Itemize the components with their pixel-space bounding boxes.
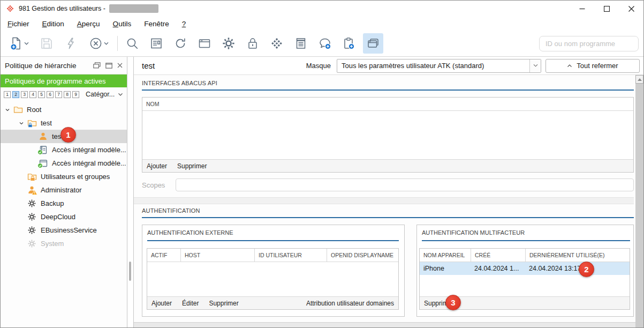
- tree-item-deepcloud[interactable]: DeepCloud: [1, 210, 127, 223]
- menu-fichier[interactable]: Fichier: [7, 20, 29, 28]
- execute-button[interactable]: [60, 33, 81, 54]
- program-search: [539, 36, 639, 51]
- sidebar-title: Politique de hiérarchie: [5, 62, 93, 70]
- policy-9[interactable]: 9: [72, 91, 79, 98]
- new-document-button[interactable]: [5, 33, 33, 54]
- menu-bar: Fichier Edition Aperçu Outils Fenêtre ?: [1, 17, 643, 31]
- user-icon: [39, 132, 48, 141]
- vertical-scrollbar[interactable]: [635, 75, 643, 327]
- api-col-nom[interactable]: NOM: [142, 98, 633, 110]
- gear-icon: [27, 226, 37, 235]
- save-button[interactable]: [36, 33, 57, 54]
- policy-3[interactable]: 3: [21, 91, 28, 98]
- chevron-down-icon: [24, 42, 29, 46]
- tree-item-ebusinessservice[interactable]: EBusinessService: [1, 223, 127, 237]
- tree-item-administrator[interactable]: Administrator: [1, 183, 127, 197]
- annotation-badge-2: 2: [579, 262, 594, 277]
- scroll-up-button[interactable]: [635, 75, 643, 84]
- tree-item-root[interactable]: Root: [1, 103, 127, 116]
- policy-number-row: 1 2 3 4 5 6 7 8 9 Catégor...: [1, 87, 127, 101]
- col-host[interactable]: HOST: [180, 249, 254, 262]
- policy-6[interactable]: 6: [47, 91, 54, 98]
- chevron-down-icon[interactable]: [529, 59, 541, 72]
- mask-select[interactable]: Tous les paramètres utilisateur ATK (sta…: [337, 59, 541, 73]
- scopes-label: Scopes: [142, 181, 176, 189]
- protocol-button[interactable]: [291, 33, 311, 54]
- close-button[interactable]: [619, 1, 643, 17]
- policy-8[interactable]: 8: [64, 91, 71, 98]
- external-add-button[interactable]: Ajouter: [151, 300, 172, 307]
- hierarchy-sidebar: Politique de hiérarchie Politiques de pr…: [1, 57, 127, 327]
- col-id-utilisateur[interactable]: ID UTILISATEUR: [254, 249, 327, 262]
- external-edit-button[interactable]: Éditer: [182, 300, 199, 307]
- policy-2[interactable]: 2: [12, 91, 19, 98]
- device-name: iPhone: [420, 265, 471, 272]
- settings-button[interactable]: [218, 33, 239, 54]
- menu-apercu[interactable]: Aperçu: [77, 20, 100, 28]
- tree-item-acces-modele-2[interactable]: Accès intégral modèle...: [1, 156, 127, 170]
- category-dropdown[interactable]: Catégor...: [86, 91, 123, 98]
- tree-item-acces-modele-1[interactable]: Accès intégral modèle...: [1, 143, 127, 156]
- policy-1[interactable]: 1: [4, 91, 11, 98]
- policy-4[interactable]: 4: [29, 91, 36, 98]
- search-button[interactable]: [122, 33, 142, 54]
- cascade-windows-icon[interactable]: [93, 62, 101, 69]
- api-add-button[interactable]: Ajouter: [147, 162, 167, 170]
- tree-item-backup[interactable]: Backup: [1, 197, 127, 210]
- external-delete-button[interactable]: Supprimer: [209, 300, 238, 307]
- scopes-input[interactable]: [176, 178, 634, 191]
- policy-7[interactable]: 7: [55, 91, 62, 98]
- policy-5[interactable]: 5: [38, 91, 45, 98]
- lock-button[interactable]: [243, 33, 263, 54]
- section-divider: [134, 197, 634, 204]
- new-clipboard-button[interactable]: [339, 33, 359, 54]
- maximize-panel-icon[interactable]: [105, 63, 112, 69]
- mask-select-value: Tous les paramètres utilisateur ATK (sta…: [337, 62, 529, 70]
- mfa-device-row[interactable]: iPhone 24.04.2024 1... 24.04.2024 13:17: [420, 262, 630, 275]
- annotation-badge-1: 1: [60, 127, 76, 143]
- menu-outils[interactable]: Outils: [113, 20, 132, 28]
- window-button[interactable]: [194, 33, 215, 54]
- external-auth-table-body[interactable]: [147, 262, 398, 296]
- toolbar-separator: [117, 36, 118, 51]
- menu-fenetre[interactable]: Fenêtre: [144, 20, 169, 28]
- form-button[interactable]: [146, 33, 166, 54]
- new-message-button[interactable]: [315, 33, 335, 54]
- external-auth-table: ACTIF HOST ID UTILISATEUR OPENID DISPLAY…: [147, 248, 399, 310]
- program-windows-button[interactable]: [363, 33, 383, 54]
- col-nom-appareil[interactable]: NOM APPAREIL: [420, 249, 471, 262]
- menu-help[interactable]: ?: [182, 20, 186, 28]
- col-openid-displayname[interactable]: OPENID DISPLAYNAME: [327, 249, 398, 262]
- api-table-body[interactable]: [142, 111, 633, 159]
- sidebar-splitter[interactable]: [129, 262, 131, 281]
- title-bar: 981 Gestion des utilisateurs -: [1, 1, 643, 17]
- external-auth-underline: [147, 240, 399, 241]
- active-policies-banner: Politiques de programme actives: [1, 74, 127, 87]
- main-header: test Masque Tous les paramètres utilisat…: [134, 57, 643, 75]
- tree-item-system[interactable]: System: [1, 237, 127, 250]
- col-actif[interactable]: ACTIF: [147, 249, 180, 262]
- locked-folder-icon: [27, 172, 37, 182]
- domain-user-mapping-link[interactable]: Attribution utilisateur domaines: [306, 300, 394, 307]
- menu-edition[interactable]: Edition: [42, 20, 64, 28]
- device-last-used: 24.04.2024 13:17: [525, 265, 630, 272]
- device-created: 24.04.2024 1...: [471, 265, 525, 272]
- maximize-button[interactable]: [594, 1, 619, 17]
- col-cree[interactable]: CRÉÉ: [471, 249, 525, 262]
- chevron-down-icon: [118, 93, 123, 96]
- tree-item-utilisateurs-groupes[interactable]: Utilisateurs et groupes: [1, 170, 127, 183]
- auth-section-title: AUTHENTIFICATION: [142, 207, 200, 214]
- col-dernierement-utilise[interactable]: DERNIÈREMENT UTILISÉ(E): [525, 249, 630, 262]
- abacus-button[interactable]: [267, 33, 287, 54]
- triangle-up-icon: [638, 78, 642, 81]
- refresh-button[interactable]: [170, 33, 191, 54]
- api-delete-button[interactable]: Supprimer: [177, 162, 207, 170]
- window-check-icon: [39, 159, 48, 168]
- api-section-underline: [142, 90, 634, 91]
- close-panel-icon[interactable]: [117, 63, 123, 68]
- program-search-input[interactable]: [539, 36, 639, 51]
- collapse-all-button[interactable]: Tout refermer: [545, 59, 640, 73]
- minimize-button[interactable]: [570, 1, 594, 17]
- cancel-button[interactable]: [85, 33, 112, 54]
- gear-icon: [27, 212, 37, 222]
